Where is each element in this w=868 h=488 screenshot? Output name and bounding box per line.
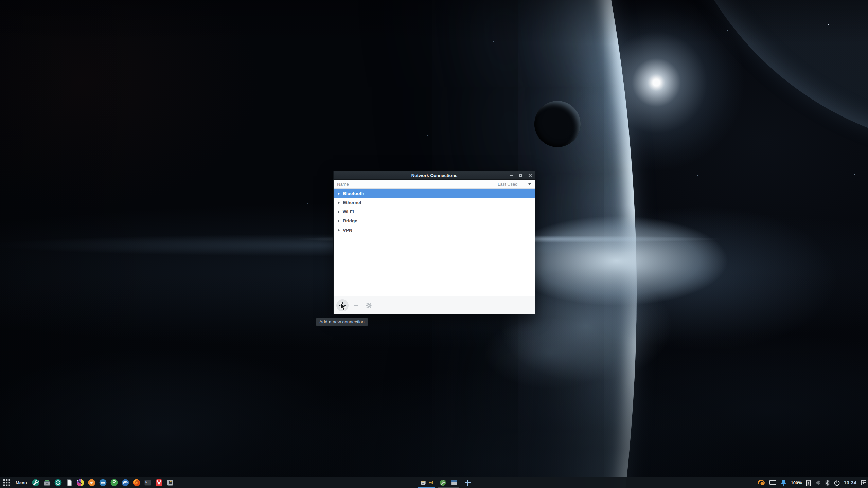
- show-desktop-icon: [860, 479, 867, 486]
- power-tray-button[interactable]: [834, 480, 840, 486]
- firefox-browser-icon: [132, 478, 141, 487]
- launcher-terminal[interactable]: $_: [144, 478, 152, 487]
- window-controls: [510, 171, 532, 179]
- last-used-label: Last Used: [498, 182, 518, 187]
- star-field: [0, 0, 1, 1]
- display-icon: [769, 479, 777, 486]
- file-cabinet-icon: [43, 478, 51, 487]
- system-tools-icon: [32, 478, 40, 487]
- minimize-button[interactable]: [510, 173, 514, 177]
- notifications-tray-button[interactable]: [780, 479, 787, 486]
- window-group-network-connections[interactable]: +4: [419, 477, 434, 488]
- vivaldi-browser-icon: [155, 478, 163, 487]
- sort-dropdown-icon: [528, 183, 531, 185]
- close-icon: [528, 174, 532, 177]
- power-icon: [834, 480, 840, 486]
- list-item-bluetooth[interactable]: Bluetooth: [334, 189, 535, 198]
- window-list: +4: [419, 477, 473, 488]
- network-connections-window: Network Connections Name Last Used Bluet…: [333, 171, 535, 314]
- window-item-system-tools[interactable]: [439, 479, 446, 486]
- window-group-secondary: [439, 477, 459, 488]
- launcher-color-picker[interactable]: [76, 478, 85, 487]
- desktop: Network Connections Name Last Used Bluet…: [0, 0, 868, 488]
- bluetooth-tray-button[interactable]: [825, 479, 830, 486]
- color-picker-icon: [76, 478, 85, 487]
- clock[interactable]: 10:34: [844, 480, 856, 485]
- system-tray: 100%: [757, 477, 867, 488]
- edit-connection-button[interactable]: [364, 301, 373, 310]
- window-item-generic[interactable]: [450, 479, 458, 486]
- launcher-thunderbird-mail[interactable]: [121, 478, 129, 487]
- tooltip: Add a new connection: [316, 318, 368, 326]
- remove-connection-button[interactable]: [352, 301, 361, 310]
- volume-tray-button[interactable]: [815, 479, 821, 486]
- titlebar[interactable]: Network Connections: [334, 171, 535, 180]
- expander-icon[interactable]: [338, 229, 340, 232]
- network-jack-icon: [166, 478, 174, 487]
- launcher-keepassxc[interactable]: [110, 478, 118, 487]
- launcher-file-cabinet[interactable]: [43, 478, 51, 487]
- shutter-viewer-icon: [54, 478, 62, 487]
- maximize-button[interactable]: [519, 173, 523, 177]
- plus-app-icon: [464, 478, 472, 487]
- notifications-bell-icon: [780, 479, 787, 486]
- launcher-text-document[interactable]: [65, 478, 73, 487]
- window-group-badge: +4: [429, 480, 433, 485]
- taskbar-left: Menu: [1, 478, 174, 487]
- show-desktop-button[interactable]: [860, 479, 867, 486]
- column-separator: [495, 181, 495, 187]
- terminal-icon: $_: [144, 478, 152, 487]
- battery-percent-label: 100%: [791, 480, 802, 485]
- launcher-network-jack[interactable]: [166, 478, 174, 487]
- generic-window-icon: [450, 479, 458, 486]
- minus-icon: [354, 303, 359, 308]
- list-item-vpn[interactable]: VPN: [334, 225, 535, 235]
- battery-charging-icon: [806, 479, 811, 486]
- expander-icon[interactable]: [338, 192, 340, 195]
- sync-client-icon: [757, 478, 765, 487]
- ferdium-messenger-icon: [99, 478, 107, 487]
- window-toolbar: [334, 296, 535, 314]
- connection-type-list: Bluetooth Ethernet Wi-Fi Bridge VPN: [334, 189, 535, 296]
- list-item-wifi[interactable]: Wi-Fi: [334, 207, 535, 216]
- battery-tray-button[interactable]: [806, 479, 811, 486]
- window-item-plus-app[interactable]: [463, 477, 473, 488]
- expander-icon[interactable]: [338, 211, 340, 213]
- network-connections-window-icon: [419, 479, 427, 487]
- svg-text:$_: $_: [145, 480, 149, 483]
- app-grid-icon: [3, 479, 10, 486]
- app-grid-button[interactable]: [3, 478, 11, 487]
- list-header: Name Last Used: [334, 180, 535, 189]
- gear-icon: [366, 303, 372, 308]
- orange-media-app-icon: [88, 478, 96, 487]
- launcher-vivaldi-browser[interactable]: [155, 478, 163, 487]
- text-document-icon: [65, 478, 73, 487]
- volume-icon: [815, 479, 821, 486]
- thunderbird-mail-icon: [121, 478, 129, 487]
- launcher-firefox-browser[interactable]: [132, 478, 141, 487]
- mouse-cursor: [340, 302, 349, 312]
- column-header-name[interactable]: Name: [334, 182, 495, 187]
- maximize-icon: [519, 174, 522, 177]
- keepassxc-icon: [110, 478, 118, 487]
- expander-icon[interactable]: [338, 201, 340, 204]
- list-item-ethernet[interactable]: Ethernet: [334, 198, 535, 207]
- system-tools-window-icon: [439, 479, 446, 486]
- display-tray-button[interactable]: [769, 479, 777, 486]
- launcher-shutter-viewer[interactable]: [54, 478, 62, 487]
- expander-icon[interactable]: [338, 220, 340, 222]
- minimize-icon: [510, 175, 513, 176]
- launcher-system-tools[interactable]: [32, 478, 40, 487]
- close-button[interactable]: [528, 173, 532, 177]
- sync-client-tray-button[interactable]: [757, 478, 765, 487]
- column-header-last-used[interactable]: Last Used: [495, 182, 535, 187]
- window-title: Network Connections: [411, 173, 458, 178]
- launcher-orange-media-app[interactable]: [88, 478, 96, 487]
- taskbar: Menu: [0, 477, 868, 488]
- list-item-bridge[interactable]: Bridge: [334, 216, 535, 225]
- launcher-ferdium-messenger[interactable]: [99, 478, 107, 487]
- menu-button[interactable]: Menu: [16, 480, 27, 485]
- bluetooth-icon: [825, 479, 830, 486]
